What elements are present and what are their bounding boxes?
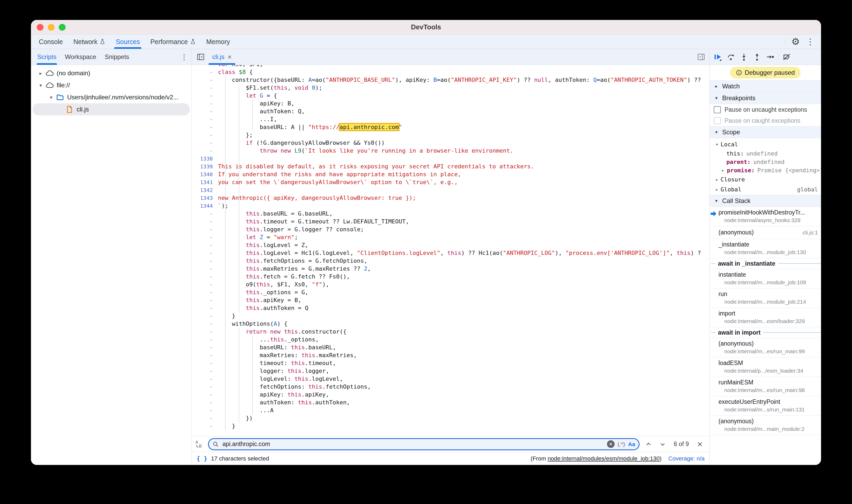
resume-script-button[interactable]	[712, 51, 724, 63]
code-line[interactable]: - baseURL: this.baseURL,	[192, 343, 709, 352]
line-gutter[interactable]: 1341	[192, 178, 218, 186]
code-line[interactable]: - this._options = G,	[192, 288, 709, 296]
code-line[interactable]: - ...A	[192, 407, 709, 414]
code-line[interactable]: - this.baseURL = G.baseURL,	[192, 210, 709, 218]
code-line[interactable]: - apiKey: this.apiKey,	[192, 391, 709, 399]
code-line[interactable]: - this.fetch = G.fetch ?? Fs0(),	[192, 273, 709, 281]
coverage-link[interactable]: Coverage: n/a	[668, 455, 705, 462]
line-gutter[interactable]: -	[192, 241, 218, 249]
call-stack-frame-promiseinithookwithdestroytr-[interactable]: promiseInitHookWithDestroyTr...node:inte…	[710, 207, 821, 226]
code-line[interactable]: - if (!G.dangerouslyAllowBrowser && Ys0(…	[192, 139, 709, 147]
minimize-window-button[interactable]	[48, 24, 55, 31]
line-gutter[interactable]: -	[192, 273, 218, 281]
section-call-stack[interactable]: ▾ Call Stack	[710, 195, 821, 207]
section-breakpoints[interactable]: ▾ Breakpoints	[710, 92, 821, 104]
line-gutter[interactable]: -	[192, 226, 218, 233]
code-line[interactable]: 1343new Anthropic({ apiKey, dangerouslyA…	[192, 194, 709, 202]
checkbox[interactable]	[714, 106, 721, 113]
line-gutter[interactable]: -	[192, 320, 218, 328]
code-line[interactable]: 1340If you understand the risks and have…	[192, 170, 709, 178]
line-gutter[interactable]: -	[192, 383, 218, 391]
call-stack-frame--instantiate[interactable]: _instantiatenode:internal/m...module_job…	[710, 239, 821, 258]
line-gutter[interactable]: -	[192, 100, 218, 108]
pretty-print-icon[interactable]: { }	[196, 455, 208, 462]
call-stack-frame--anonymous-[interactable]: (anonymous)cli.js:1	[710, 226, 821, 239]
tab-cli-js[interactable]: cli.js ×	[208, 49, 236, 65]
line-gutter[interactable]: -	[192, 108, 218, 115]
scope-group-global[interactable]: ▸Globalglobal	[710, 184, 821, 194]
call-stack-frame-run[interactable]: runnode:internal/m...module_job:214	[710, 288, 821, 308]
panel-tab-performance[interactable]: Performance	[145, 35, 201, 49]
line-gutter[interactable]: -	[192, 84, 218, 92]
code-line[interactable]: - this.timeout = G.timeout ?? Lw.DEFAULT…	[192, 218, 709, 226]
replace-toggle-icon[interactable]: A ↳B	[194, 440, 205, 448]
code-line[interactable]: - let Z = "warn";	[192, 233, 709, 241]
code-line[interactable]: - }	[192, 312, 709, 320]
previous-match-button[interactable]	[643, 439, 654, 449]
zoom-window-button[interactable]	[59, 24, 66, 31]
expander-right-icon[interactable]: ▸	[713, 186, 721, 192]
deactivate-breakpoints-button[interactable]	[781, 51, 793, 63]
code-line[interactable]: 1338	[192, 155, 709, 163]
code-line[interactable]: - authToken: this.authToken,	[192, 399, 709, 407]
call-stack-frame-executeuserentrypoint[interactable]: executeUserEntryPointnode:internal/m...s…	[710, 396, 821, 416]
line-gutter[interactable]: 1338	[192, 155, 218, 163]
code-line[interactable]: - baseURL: A || "https://api.anthropic.c…	[192, 123, 709, 131]
step-out-button[interactable]	[751, 51, 763, 63]
navigator-tab-workspace[interactable]: Workspace	[60, 49, 101, 65]
line-gutter[interactable]: 1342	[192, 186, 218, 194]
settings-gear-icon[interactable]: ⚙	[789, 36, 802, 48]
line-gutter[interactable]: -	[192, 139, 218, 147]
code-line[interactable]: 1341you can set the \`dangerouslyAllowBr…	[192, 178, 709, 186]
code-line[interactable]: - this.maxRetries = G.maxRetries ?? 2,	[192, 265, 709, 273]
line-gutter[interactable]: 1344	[192, 202, 218, 210]
code-line[interactable]: - let G = {	[192, 92, 709, 100]
line-gutter[interactable]: -	[192, 422, 218, 430]
scope-group-closure[interactable]: ▸Closure	[710, 174, 821, 184]
line-gutter[interactable]: -	[192, 343, 218, 352]
line-gutter[interactable]: -	[192, 375, 218, 383]
code-line[interactable]: - o9(this, $F1, Xs0, "f"),	[192, 281, 709, 288]
code-line[interactable]: - logger: this.logger,	[192, 367, 709, 375]
code-line[interactable]: - apiKey: B,	[192, 100, 709, 108]
call-stack-frame--anonymous-[interactable]: (anonymous)node:internal/m...es/run_main…	[710, 338, 821, 357]
navigator-tab-scripts[interactable]: Scripts	[33, 49, 60, 65]
code-line[interactable]: - throw new L9(`It looks like you're run…	[192, 147, 709, 155]
line-gutter[interactable]: -	[192, 210, 218, 218]
scope-group-local[interactable]: ▾Local	[710, 139, 821, 149]
step-over-button[interactable]	[725, 51, 737, 63]
code-line[interactable]: - ...I,	[192, 115, 709, 123]
tab-close-icon[interactable]: ×	[228, 53, 232, 61]
next-match-button[interactable]	[657, 439, 668, 449]
scope-property-parent[interactable]: parent:undefined	[710, 158, 821, 166]
code-line[interactable]: - constructor({baseURL: A=ao("ANTHROPIC_…	[192, 76, 709, 84]
navigator-overflow-icon[interactable]: ⋮	[180, 49, 192, 65]
tree-item--no-domain-[interactable]: ▸(no domain)	[33, 67, 190, 79]
code-line[interactable]: -class $8 {	[192, 68, 709, 76]
line-gutter[interactable]: -	[192, 249, 218, 257]
show-debugger-panel-icon[interactable]	[697, 49, 709, 65]
line-gutter[interactable]: 1339	[192, 163, 218, 170]
line-gutter[interactable]: -	[192, 131, 218, 139]
code-line[interactable]: 1342	[192, 186, 709, 194]
code-line[interactable]: 1339This is disabled by default, as it r…	[192, 163, 709, 170]
code-line[interactable]: - this.authToken = Q	[192, 304, 709, 312]
line-gutter[interactable]: -	[192, 123, 218, 131]
code-line[interactable]: - this.logLevel = Hc1(G.logLevel, "Clien…	[192, 249, 709, 257]
expander-down-icon[interactable]: ▾	[713, 141, 721, 147]
from-module-link[interactable]: node:internal/modules/esm/module_job:130	[548, 455, 660, 462]
step-button[interactable]	[764, 51, 776, 63]
expander-down-icon[interactable]: ▾	[37, 82, 45, 88]
line-gutter[interactable]: -	[192, 218, 218, 226]
line-gutter[interactable]: -	[192, 265, 218, 273]
section-watch[interactable]: ▸ Watch	[710, 80, 821, 92]
scope-property-this[interactable]: this:undefined	[710, 149, 821, 158]
line-gutter[interactable]: -	[192, 312, 218, 320]
line-gutter[interactable]: -	[192, 399, 218, 407]
line-gutter[interactable]: 1343	[192, 194, 218, 202]
call-stack-frame-loadesm[interactable]: loadESMnode:internal/p.../esm_loader:34	[710, 357, 821, 377]
tree-item-cli-js[interactable]: cli.js	[33, 103, 190, 115]
expander-down-icon[interactable]: ▾	[47, 94, 55, 101]
call-stack-frame-instantiate[interactable]: instantiatenode:internal/m...module_job:…	[710, 269, 821, 288]
scope-property-promise[interactable]: ▸promise:Promise {<pending>}	[710, 166, 821, 174]
